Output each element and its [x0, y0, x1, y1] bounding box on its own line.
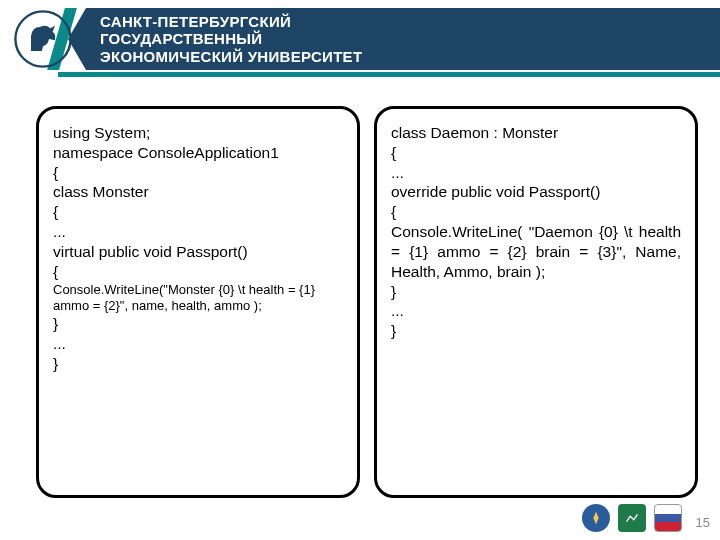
slide-header: САНКТ-ПЕТЕРБУРГСКИЙ ГОСУДАРСТВЕННЫЙ ЭКОН… — [0, 0, 720, 78]
code-line: namespace ConsoleApplication1 — [53, 143, 343, 163]
code-line: } — [391, 282, 681, 302]
code-line: ... — [53, 222, 343, 242]
code-box-right: class Daemon : Monster { ... override pu… — [374, 106, 698, 498]
university-name-line3: ЭКОНОМИЧЕСКИЙ УНИВЕРСИТЕТ — [100, 48, 362, 65]
code-box-left: using System; namespace ConsoleApplicati… — [36, 106, 360, 498]
partner-logo-icon — [654, 504, 682, 532]
partner-logo-icon — [618, 504, 646, 532]
partner-logo-icon — [582, 504, 610, 532]
accent-bar — [58, 72, 720, 77]
university-name-line1: САНКТ-ПЕТЕРБУРГСКИЙ — [100, 13, 362, 30]
title-banner: САНКТ-ПЕТЕРБУРГСКИЙ ГОСУДАРСТВЕННЫЙ ЭКОН… — [86, 8, 720, 70]
code-line: { — [53, 202, 343, 222]
code-line: Console.WriteLine("Monster {0} \t health… — [53, 282, 343, 315]
code-line: override public void Passport() — [391, 182, 681, 202]
code-line: ... — [391, 301, 681, 321]
code-line: } — [53, 314, 343, 334]
university-name-line2: ГОСУДАРСТВЕННЫЙ — [100, 30, 362, 47]
code-line: } — [391, 321, 681, 341]
code-line: } — [53, 354, 343, 374]
code-line: class Daemon : Monster — [391, 123, 681, 143]
code-line: ... — [391, 163, 681, 183]
code-line: { — [53, 262, 343, 282]
code-line: ... — [53, 334, 343, 354]
code-line: { — [53, 163, 343, 183]
code-line: Console.WriteLine( "Daemon {0} \t health… — [391, 222, 681, 281]
code-line: virtual public void Passport() — [53, 242, 343, 262]
code-line: { — [391, 202, 681, 222]
page-number: 15 — [696, 515, 710, 530]
code-line: using System; — [53, 123, 343, 143]
footer-logos — [582, 504, 682, 532]
griffin-icon — [13, 9, 73, 69]
code-line: { — [391, 143, 681, 163]
code-line: class Monster — [53, 182, 343, 202]
content-area: using System; namespace ConsoleApplicati… — [0, 78, 720, 498]
